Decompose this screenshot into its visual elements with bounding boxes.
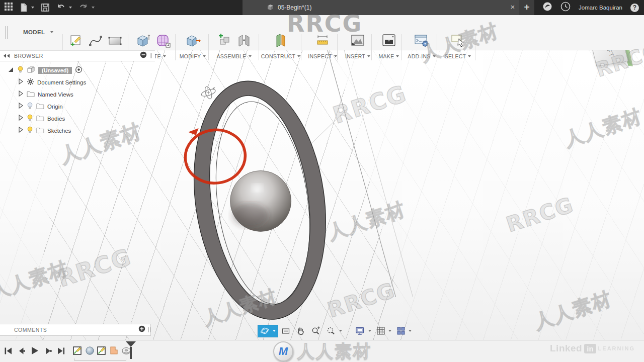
create-form-icon[interactable] [155, 33, 171, 51]
ribbon-group-insert: INSERT [341, 32, 374, 59]
view-cube-front-face[interactable]: LEFT [589, 50, 628, 66]
expand-arrow-icon[interactable] [17, 114, 24, 123]
expand-arrow-icon[interactable] [17, 90, 24, 99]
file-menu-button[interactable] [20, 3, 34, 12]
tree-row-document-settings[interactable]: Document Settings [7, 76, 155, 88]
panel-drag-handle[interactable] [148, 327, 150, 332]
pan-button[interactable] [294, 325, 308, 337]
remove-panel-icon[interactable] [140, 51, 147, 60]
timeline-extrude-feature-icon[interactable] [109, 345, 119, 358]
add-comment-icon[interactable] [138, 325, 145, 334]
timeline-sphere-feature-icon[interactable] [85, 345, 95, 358]
tree-row-origin[interactable]: Origin [7, 101, 155, 113]
ribbon-menu-addins[interactable]: ADD-INS [408, 53, 435, 59]
visibility-bulb-icon[interactable] [17, 66, 24, 75]
caret-down-icon [368, 330, 371, 332]
step-forward-button[interactable] [44, 347, 52, 357]
browser-header[interactable]: BROWSER [0, 50, 155, 61]
visibility-bulb-icon[interactable] [27, 114, 33, 124]
display-settings-button[interactable] [353, 325, 373, 337]
timeline-sketch-feature-icon[interactable] [72, 345, 83, 358]
caret-down-icon [249, 55, 252, 57]
visibility-bulb-off-icon[interactable] [27, 102, 33, 112]
ribbon-menu-construct[interactable]: CONSTRUCT [261, 53, 301, 59]
browser-panel: BROWSER (Unsaved) Document Settings [0, 50, 155, 137]
insert-image-icon[interactable] [350, 33, 366, 50]
workspace-selector[interactable]: MODEL [18, 25, 58, 39]
view-cube[interactable]: LEFT Z X [583, 50, 638, 72]
plane-edge-line[interactable] [328, 50, 395, 297]
rrcg-cjk-text: 人人素材 [297, 340, 372, 362]
play-button[interactable] [30, 346, 39, 357]
tree-row-root[interactable]: (Unsaved) [7, 64, 155, 76]
navigation-toolbar [258, 324, 414, 337]
expanded-arrow-icon[interactable] [7, 66, 14, 75]
redo-button[interactable] [79, 4, 95, 12]
a360-icon[interactable] [542, 2, 552, 14]
solid-box-icon[interactable] [134, 33, 150, 51]
look-at-button[interactable] [279, 325, 293, 337]
new-tab-button[interactable]: + [519, 0, 534, 15]
document-tab[interactable]: 05-Begin*(1) × [243, 0, 522, 15]
select-tool-icon[interactable] [450, 33, 466, 50]
ribbon-menu-modify[interactable]: MODIFY [180, 53, 206, 59]
fit-button[interactable] [324, 325, 344, 337]
document-tab-title: 05-Begin*(1) [278, 4, 311, 11]
ribbon-menu-make[interactable]: MAKE [379, 53, 399, 59]
tree-row-bodies[interactable]: Bodies [7, 113, 155, 125]
toolbar-drag-handle[interactable] [5, 26, 8, 39]
expand-arrow-icon[interactable] [17, 102, 24, 111]
folder-icon [36, 126, 44, 135]
press-pull-icon[interactable] [185, 33, 201, 51]
skip-to-start-button[interactable] [4, 347, 13, 357]
create-sketch-icon[interactable] [68, 33, 84, 50]
rrcg-watermark-logo: M 人人素材 [273, 340, 372, 362]
3d-print-icon[interactable] [381, 33, 397, 50]
expand-arrow-icon[interactable] [17, 78, 24, 87]
comments-panel[interactable]: COMMENTS [0, 324, 151, 336]
grid-snaps-button[interactable] [374, 325, 393, 337]
construction-plane-icon[interactable] [273, 33, 288, 51]
ribbon-menu-inspect[interactable]: INSPECT [308, 53, 337, 59]
joint-icon[interactable] [236, 33, 252, 51]
job-status-icon[interactable] [560, 2, 571, 14]
skip-to-end-button[interactable] [57, 347, 65, 357]
orbit-button[interactable] [258, 325, 278, 337]
viewports-button[interactable] [394, 325, 414, 337]
save-button[interactable] [41, 4, 49, 12]
plane-edge-line-2[interactable] [344, 50, 413, 297]
ribbon-menu-select[interactable]: SELECT [445, 53, 471, 59]
measure-icon[interactable] [314, 33, 331, 51]
component-cube-icon [27, 66, 35, 75]
panel-drag-handle[interactable] [150, 53, 152, 58]
collapse-panel-icon[interactable] [3, 51, 10, 60]
tree-item-label: Document Settings [37, 79, 86, 85]
timeline-position-marker[interactable] [126, 341, 136, 359]
caret-down-icon [334, 55, 337, 57]
ribbon-group-construct: CONSTRUCT [262, 32, 300, 59]
scripts-addins-icon[interactable] [414, 33, 430, 50]
rectangle-tool-icon[interactable] [108, 33, 123, 50]
document-name[interactable]: (Unsaved) [38, 67, 72, 74]
step-back-button[interactable] [17, 347, 26, 357]
tree-item-label: Bodies [47, 116, 65, 122]
folder-icon [27, 90, 35, 99]
new-component-icon[interactable] [217, 33, 232, 51]
caret-down-icon [69, 7, 72, 9]
tree-row-sketches[interactable]: Sketches [7, 125, 155, 137]
activate-radio-icon[interactable] [75, 66, 83, 75]
app-launcher-icon[interactable] [4, 2, 13, 13]
tab-close-icon[interactable]: × [508, 3, 517, 12]
ribbon-menu-insert[interactable]: INSERT [345, 53, 370, 59]
user-name[interactable]: Jomarc Baquiran [579, 5, 622, 11]
ribbon-group-addins: ADD-INS [406, 32, 438, 59]
zoom-button[interactable] [309, 325, 323, 337]
timeline-sketch-feature-icon[interactable] [97, 345, 107, 358]
help-icon[interactable]: ? [630, 4, 639, 12]
visibility-bulb-icon[interactable] [27, 126, 33, 136]
spline-icon[interactable] [88, 33, 103, 50]
ribbon-menu-assemble[interactable]: ASSEMBLE [216, 53, 251, 59]
expand-arrow-icon[interactable] [17, 126, 24, 135]
tree-row-named-views[interactable]: Named Views [7, 88, 155, 101]
undo-button[interactable] [56, 4, 72, 12]
